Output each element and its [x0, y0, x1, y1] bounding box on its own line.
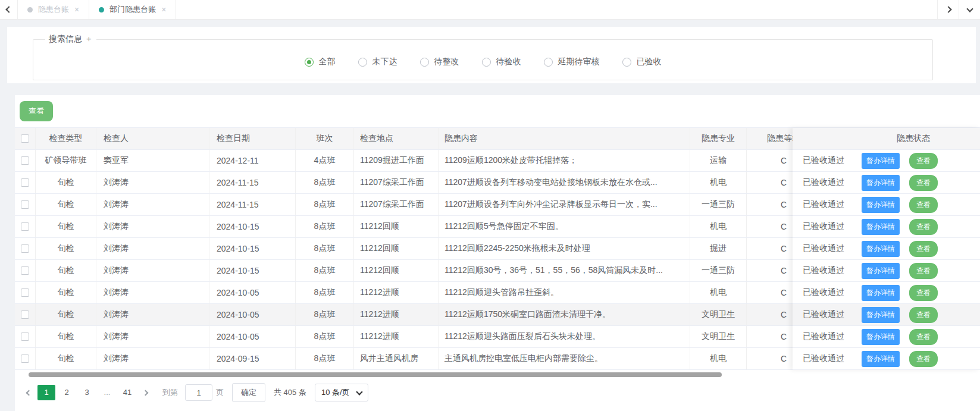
tab-label: 部门隐患台账: [109, 4, 156, 15]
cell-location: 11209掘进工作面: [354, 150, 439, 171]
cell-check-date: 2024-09-15: [209, 348, 296, 369]
cell-check-date: 2024-10-05: [209, 326, 296, 347]
row-checkbox[interactable]: [21, 244, 29, 253]
supervise-detail-button[interactable]: 督办详情: [862, 307, 900, 323]
page-number[interactable]: 41: [118, 385, 136, 400]
cell-hazard-specialty: 机电: [690, 216, 747, 237]
row-checkbox[interactable]: [21, 354, 29, 363]
row-checkbox[interactable]: [21, 266, 29, 275]
row-checkbox[interactable]: [21, 200, 29, 209]
status-action-row: 已验收通过 督办详情 查看: [793, 150, 980, 172]
row-view-button[interactable]: 查看: [909, 153, 938, 169]
status-filter-radio[interactable]: 未下达: [358, 57, 397, 67]
header-inspector: 检查人: [96, 128, 209, 149]
cell-check-type: 矿领导带班: [36, 150, 96, 171]
row-view-button[interactable]: 查看: [909, 175, 938, 191]
cell-check-type: 旬检: [36, 172, 96, 193]
goto-page-input[interactable]: [185, 384, 212, 401]
page-size-select[interactable]: 10 条/页: [315, 384, 368, 401]
row-checkbox-cell: [15, 326, 36, 347]
row-checkbox[interactable]: [21, 332, 29, 341]
tab-status-dot-icon: [27, 7, 33, 12]
cell-location: 11212进顺: [354, 304, 439, 325]
status-filter-radio[interactable]: 全部: [305, 57, 336, 67]
row-checkbox[interactable]: [21, 288, 29, 297]
cell-hazard-specialty: 掘进: [690, 238, 747, 259]
cell-check-type: 旬检: [36, 282, 96, 303]
row-checkbox[interactable]: [21, 222, 29, 231]
cell-inspector: 刘涛涛: [96, 172, 209, 193]
view-button[interactable]: 查看: [20, 101, 53, 121]
supervise-detail-button[interactable]: 督办详情: [862, 263, 900, 279]
status-action-row: 已验收通过 督办详情 查看: [793, 194, 980, 216]
page-number[interactable]: 3: [78, 385, 96, 400]
tab-item[interactable]: 部门隐患台账 ×: [89, 0, 176, 19]
supervise-detail-button[interactable]: 督办详情: [862, 351, 900, 367]
tabs-scroll-left-button[interactable]: [0, 0, 18, 19]
row-view-button[interactable]: 查看: [909, 351, 938, 367]
tabbar-spacer: [176, 0, 937, 19]
cell-inspector: 刘涛涛: [96, 326, 209, 347]
row-checkbox-cell: [15, 150, 36, 171]
chevron-down-icon: [356, 388, 362, 395]
row-checkbox-cell: [15, 194, 36, 215]
row-checkbox[interactable]: [21, 310, 29, 319]
status-action-row: 已验收通过 督办详情 查看: [793, 326, 980, 348]
row-checkbox-cell: [15, 172, 36, 193]
chevron-left-icon: [5, 6, 12, 12]
supervise-detail-button[interactable]: 督办详情: [862, 329, 900, 345]
supervise-detail-button[interactable]: 督办详情: [862, 153, 900, 169]
expand-plus-icon[interactable]: ＋: [84, 34, 93, 43]
cell-hazard-content: 11212回顺30号，36号，51，55，56，58风筒漏风未及时...: [439, 260, 690, 281]
row-checkbox[interactable]: [21, 178, 29, 187]
supervise-detail-button[interactable]: 督办详情: [862, 219, 900, 235]
cell-check-date: 2024-10-05: [209, 282, 296, 303]
status-text: 已验收通过: [793, 265, 854, 276]
next-page-button[interactable]: [137, 391, 153, 395]
page-number[interactable]: 2: [58, 385, 76, 400]
tab-close-icon[interactable]: ×: [161, 5, 166, 14]
row-checkbox[interactable]: [21, 156, 29, 165]
header-hazard-content: 隐患内容: [439, 128, 690, 149]
row-view-button[interactable]: 查看: [909, 285, 938, 301]
status-action-row: 已验收通过 督办详情 查看: [793, 172, 980, 194]
cell-check-type: 旬检: [36, 304, 96, 325]
cell-hazard-specialty: 一通三防: [690, 260, 747, 281]
radio-circle-icon: [622, 58, 631, 67]
row-view-button[interactable]: 查看: [909, 263, 938, 279]
goto-suffix-label: 页: [216, 387, 224, 398]
tab-item[interactable]: 隐患台账 ×: [18, 0, 89, 19]
row-view-button[interactable]: 查看: [909, 219, 938, 235]
cell-location: 风井主通风机房: [354, 348, 439, 369]
supervise-detail-button[interactable]: 督办详情: [862, 175, 900, 191]
supervise-detail-button[interactable]: 督办详情: [862, 241, 900, 257]
tab-close-icon[interactable]: ×: [74, 5, 79, 14]
status-filter-radio[interactable]: 待整改: [420, 57, 459, 67]
row-view-button[interactable]: 查看: [909, 307, 938, 323]
status-filter-radio[interactable]: 待验收: [482, 57, 521, 67]
status-filter-radio[interactable]: 已验收: [622, 57, 662, 67]
cell-shift: 8点班: [296, 194, 354, 215]
supervise-detail-button[interactable]: 督办详情: [862, 285, 900, 301]
tabs-scroll-right-button[interactable]: [937, 0, 959, 19]
prev-page-button[interactable]: [21, 391, 36, 395]
cell-check-date: 2024-11-15: [209, 172, 296, 193]
cell-inspector: 窦亚军: [96, 150, 209, 171]
row-checkbox-cell: [15, 216, 36, 237]
row-view-button[interactable]: 查看: [909, 241, 938, 257]
horizontal-scrollbar[interactable]: [29, 372, 722, 377]
row-checkbox-cell: [15, 348, 36, 369]
confirm-button[interactable]: 确定: [232, 383, 265, 402]
tabs-menu-button[interactable]: [959, 0, 980, 19]
status-filter-radio[interactable]: 延期待审核: [544, 57, 600, 67]
row-view-button[interactable]: 查看: [909, 329, 938, 345]
supervise-detail-button[interactable]: 督办详情: [862, 197, 900, 213]
row-view-button[interactable]: 查看: [909, 197, 938, 213]
select-all-checkbox[interactable]: [21, 134, 29, 143]
table-section: 查看 检查类型 检查人 检查日期 班次 检查地点 隐患内容 隐患专业 隐患等级 …: [15, 95, 980, 411]
cell-shift: 8点班: [296, 260, 354, 281]
chevron-right-icon: [142, 390, 148, 396]
page-number[interactable]: 1: [37, 385, 55, 400]
cell-check-date: 2024-10-15: [209, 238, 296, 259]
page-number[interactable]: ...: [98, 385, 116, 400]
